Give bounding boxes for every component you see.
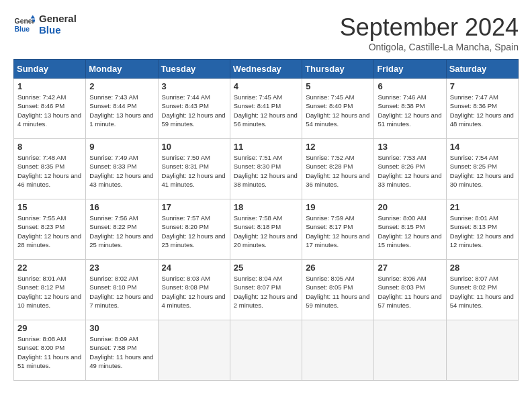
day-number: 22 bbox=[17, 263, 82, 273]
calendar-cell: 28 Sunrise: 8:07 AM Sunset: 8:02 PM Dayl… bbox=[446, 260, 518, 320]
day-number: 17 bbox=[162, 202, 226, 212]
logo-blue: Blue bbox=[39, 25, 77, 36]
logo: General Blue General Blue bbox=[13, 13, 77, 36]
calendar-cell: 10 Sunrise: 7:50 AM Sunset: 8:31 PM Dayl… bbox=[158, 139, 230, 199]
day-number: 30 bbox=[89, 323, 154, 333]
calendar-cell bbox=[302, 320, 374, 381]
day-info: Sunrise: 7:51 AM Sunset: 8:30 PM Dayligh… bbox=[234, 153, 298, 189]
day-number: 8 bbox=[17, 142, 82, 152]
calendar-cell: 5 Sunrise: 7:45 AM Sunset: 8:40 PM Dayli… bbox=[302, 79, 374, 139]
day-info: Sunrise: 7:54 AM Sunset: 8:25 PM Dayligh… bbox=[450, 153, 515, 189]
day-number: 10 bbox=[162, 142, 226, 152]
calendar-cell: 20 Sunrise: 8:00 AM Sunset: 8:15 PM Dayl… bbox=[374, 199, 446, 260]
weekday-header-row: SundayMondayTuesdayWednesdayThursdayFrid… bbox=[14, 60, 519, 79]
title-area: September 2024 Ontigola, Castille-La Man… bbox=[340, 13, 519, 52]
page-header: General Blue General Blue September 2024… bbox=[13, 13, 519, 52]
calendar-title: September 2024 bbox=[340, 13, 519, 42]
day-number: 3 bbox=[162, 81, 226, 91]
calendar-cell: 27 Sunrise: 8:06 AM Sunset: 8:03 PM Dayl… bbox=[374, 260, 446, 320]
calendar-cell bbox=[446, 320, 518, 381]
day-info: Sunrise: 8:02 AM Sunset: 8:10 PM Dayligh… bbox=[89, 274, 154, 310]
day-info: Sunrise: 8:00 AM Sunset: 8:15 PM Dayligh… bbox=[378, 214, 442, 249]
weekday-header-wednesday: Wednesday bbox=[230, 60, 302, 79]
calendar-cell: 24 Sunrise: 8:03 AM Sunset: 8:08 PM Dayl… bbox=[158, 260, 230, 320]
calendar-cell: 29 Sunrise: 8:08 AM Sunset: 8:00 PM Dayl… bbox=[14, 320, 86, 381]
calendar-week-4: 22 Sunrise: 8:01 AM Sunset: 8:12 PM Dayl… bbox=[14, 260, 519, 320]
calendar-cell: 2 Sunrise: 7:43 AM Sunset: 8:44 PM Dayli… bbox=[86, 79, 158, 139]
calendar-cell: 13 Sunrise: 7:53 AM Sunset: 8:26 PM Dayl… bbox=[374, 139, 446, 199]
day-number: 11 bbox=[234, 142, 298, 152]
calendar-table: SundayMondayTuesdayWednesdayThursdayFrid… bbox=[13, 59, 519, 381]
day-number: 1 bbox=[17, 81, 82, 91]
calendar-cell bbox=[230, 320, 302, 381]
day-info: Sunrise: 7:46 AM Sunset: 8:38 PM Dayligh… bbox=[378, 93, 442, 128]
day-info: Sunrise: 7:52 AM Sunset: 8:28 PM Dayligh… bbox=[306, 153, 370, 189]
day-info: Sunrise: 7:57 AM Sunset: 8:20 PM Dayligh… bbox=[162, 214, 226, 249]
day-number: 18 bbox=[234, 202, 298, 212]
weekday-header-tuesday: Tuesday bbox=[158, 60, 230, 79]
calendar-cell: 15 Sunrise: 7:55 AM Sunset: 8:23 PM Dayl… bbox=[14, 199, 86, 260]
svg-marker-2 bbox=[31, 15, 35, 18]
calendar-cell: 25 Sunrise: 8:04 AM Sunset: 8:07 PM Dayl… bbox=[230, 260, 302, 320]
day-info: Sunrise: 7:53 AM Sunset: 8:26 PM Dayligh… bbox=[378, 153, 442, 189]
day-number: 28 bbox=[450, 263, 515, 273]
calendar-cell: 3 Sunrise: 7:44 AM Sunset: 8:43 PM Dayli… bbox=[158, 79, 230, 139]
day-number: 5 bbox=[306, 81, 370, 91]
day-number: 26 bbox=[306, 263, 370, 273]
day-info: Sunrise: 8:03 AM Sunset: 8:08 PM Dayligh… bbox=[162, 274, 226, 310]
calendar-week-5: 29 Sunrise: 8:08 AM Sunset: 8:00 PM Dayl… bbox=[14, 320, 519, 381]
day-number: 25 bbox=[234, 263, 298, 273]
calendar-subtitle: Ontigola, Castille-La Mancha, Spain bbox=[340, 42, 519, 52]
day-info: Sunrise: 7:45 AM Sunset: 8:40 PM Dayligh… bbox=[306, 93, 370, 128]
svg-text:General: General bbox=[15, 17, 35, 25]
calendar-cell bbox=[374, 320, 446, 381]
logo-icon: General Blue bbox=[13, 14, 35, 36]
calendar-cell: 17 Sunrise: 7:57 AM Sunset: 8:20 PM Dayl… bbox=[158, 199, 230, 260]
day-info: Sunrise: 8:05 AM Sunset: 8:05 PM Dayligh… bbox=[306, 274, 370, 310]
day-info: Sunrise: 8:01 AM Sunset: 8:13 PM Dayligh… bbox=[450, 214, 515, 249]
day-number: 2 bbox=[89, 81, 154, 91]
day-info: Sunrise: 7:56 AM Sunset: 8:22 PM Dayligh… bbox=[89, 214, 154, 249]
weekday-header-saturday: Saturday bbox=[446, 60, 518, 79]
day-info: Sunrise: 8:04 AM Sunset: 8:07 PM Dayligh… bbox=[234, 274, 298, 310]
calendar-cell bbox=[158, 320, 230, 381]
day-info: Sunrise: 7:42 AM Sunset: 8:46 PM Dayligh… bbox=[17, 93, 82, 128]
weekday-header-sunday: Sunday bbox=[14, 60, 86, 79]
calendar-cell: 6 Sunrise: 7:46 AM Sunset: 8:38 PM Dayli… bbox=[374, 79, 446, 139]
calendar-cell: 21 Sunrise: 8:01 AM Sunset: 8:13 PM Dayl… bbox=[446, 199, 518, 260]
calendar-cell: 18 Sunrise: 7:58 AM Sunset: 8:18 PM Dayl… bbox=[230, 199, 302, 260]
day-info: Sunrise: 8:06 AM Sunset: 8:03 PM Dayligh… bbox=[378, 274, 442, 310]
day-number: 20 bbox=[378, 202, 442, 212]
day-info: Sunrise: 8:01 AM Sunset: 8:12 PM Dayligh… bbox=[17, 274, 82, 310]
day-info: Sunrise: 8:07 AM Sunset: 8:02 PM Dayligh… bbox=[450, 274, 515, 310]
day-number: 23 bbox=[89, 263, 154, 273]
day-info: Sunrise: 7:50 AM Sunset: 8:31 PM Dayligh… bbox=[162, 153, 226, 189]
day-number: 14 bbox=[450, 142, 515, 152]
calendar-cell: 9 Sunrise: 7:49 AM Sunset: 8:33 PM Dayli… bbox=[86, 139, 158, 199]
day-info: Sunrise: 8:09 AM Sunset: 7:58 PM Dayligh… bbox=[89, 334, 154, 370]
logo-general: General bbox=[39, 13, 77, 25]
weekday-header-monday: Monday bbox=[86, 60, 158, 79]
calendar-cell: 11 Sunrise: 7:51 AM Sunset: 8:30 PM Dayl… bbox=[230, 139, 302, 199]
day-number: 24 bbox=[162, 263, 226, 273]
day-info: Sunrise: 7:47 AM Sunset: 8:36 PM Dayligh… bbox=[450, 93, 515, 128]
day-number: 15 bbox=[17, 202, 82, 212]
weekday-header-thursday: Thursday bbox=[302, 60, 374, 79]
day-number: 29 bbox=[17, 323, 82, 333]
day-number: 9 bbox=[89, 142, 154, 152]
calendar-cell: 8 Sunrise: 7:48 AM Sunset: 8:35 PM Dayli… bbox=[14, 139, 86, 199]
calendar-week-1: 1 Sunrise: 7:42 AM Sunset: 8:46 PM Dayli… bbox=[14, 79, 519, 139]
day-number: 19 bbox=[306, 202, 370, 212]
day-number: 21 bbox=[450, 202, 515, 212]
day-info: Sunrise: 7:59 AM Sunset: 8:17 PM Dayligh… bbox=[306, 214, 370, 249]
calendar-week-3: 15 Sunrise: 7:55 AM Sunset: 8:23 PM Dayl… bbox=[14, 199, 519, 260]
day-info: Sunrise: 7:55 AM Sunset: 8:23 PM Dayligh… bbox=[17, 214, 82, 249]
day-number: 4 bbox=[234, 81, 298, 91]
day-info: Sunrise: 7:58 AM Sunset: 8:18 PM Dayligh… bbox=[234, 214, 298, 249]
calendar-cell: 23 Sunrise: 8:02 AM Sunset: 8:10 PM Dayl… bbox=[86, 260, 158, 320]
calendar-cell: 7 Sunrise: 7:47 AM Sunset: 8:36 PM Dayli… bbox=[446, 79, 518, 139]
day-number: 12 bbox=[306, 142, 370, 152]
calendar-cell: 16 Sunrise: 7:56 AM Sunset: 8:22 PM Dayl… bbox=[86, 199, 158, 260]
day-info: Sunrise: 7:48 AM Sunset: 8:35 PM Dayligh… bbox=[17, 153, 82, 189]
svg-text:Blue: Blue bbox=[15, 25, 30, 32]
